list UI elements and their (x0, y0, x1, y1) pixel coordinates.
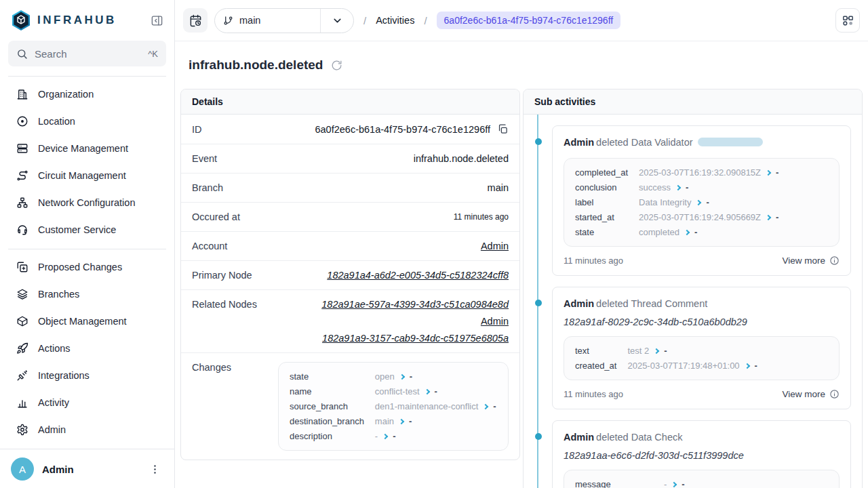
prop-value: 2025-03-07T17:19:48+01:00 (627, 360, 739, 371)
sub-activities-panel: Sub activities Admindeleted Data Validat… (523, 89, 863, 488)
activity-id-value: 6a0f2e6c-b61a-4f75-b974-c76c1e1296ff (315, 124, 490, 135)
chevron-right-icon[interactable] (684, 229, 690, 235)
copy-icon (16, 261, 28, 273)
card-subject-id: 182a91aa-e6c6-d2fd-303d-c511f3999dce (564, 450, 840, 461)
sub-activity-card: Admindeleted Thread Comment 182a91af-802… (552, 287, 851, 409)
branch-name: main (239, 15, 260, 26)
time-travel-button[interactable] (183, 8, 208, 33)
search-input[interactable]: Search ^K (8, 41, 166, 66)
search-icon (16, 48, 28, 60)
sidebar-item-proposed-changes[interactable]: Proposed Changes (8, 253, 166, 281)
sidebar-item-label: Object Management (38, 316, 127, 327)
chevron-right-icon[interactable] (696, 199, 701, 205)
prop-key: completed_at (575, 167, 628, 178)
prop-value: completed (639, 226, 679, 238)
chevron-right-icon[interactable] (675, 184, 681, 190)
prop-value: open (375, 371, 395, 382)
related-node-link[interactable]: Admin (481, 316, 509, 327)
related-node-link[interactable]: 182a91ae-597a-4399-34d3-c51ca0984e8d (321, 299, 509, 310)
refresh-button[interactable] (331, 60, 342, 71)
chevron-right-icon[interactable] (744, 363, 749, 368)
related-node-link[interactable]: 182a91a9-3157-cab9-34dc-c51975e6805a (322, 333, 509, 344)
prop-after: - (435, 386, 437, 397)
view-more-link[interactable]: View more (782, 389, 840, 399)
brand-logo: INFRAHUB (11, 9, 117, 31)
prop-value: - (375, 430, 378, 442)
circle-dot-icon (16, 115, 28, 127)
card-footer: 11 minutes ago View more (564, 389, 840, 399)
user-menu-button[interactable] (146, 461, 163, 478)
prop-after: - (776, 211, 778, 223)
panel-collapse-icon (151, 14, 163, 27)
topbar: main / Activities / 6a0f2e6c-b61a-4f75-b… (175, 0, 868, 41)
view-more-link[interactable]: View more (782, 256, 840, 266)
sidebar-item-device-management[interactable]: Device Management (8, 135, 166, 162)
card-footer: 11 minutes ago View more (564, 256, 840, 266)
prop-after: - (776, 167, 778, 178)
server-icon (16, 142, 28, 155)
chevron-down-icon (321, 15, 353, 26)
event-value: infrahub.node.deleted (414, 153, 509, 164)
breadcrumb-activities-link[interactable]: Activities (376, 15, 414, 26)
sidebar-item-network-configuration[interactable]: Network Configuration (8, 189, 166, 216)
sidebar: INFRAHUB Search ^K (0, 0, 175, 488)
prop-key: state (290, 371, 364, 382)
primary-node-link[interactable]: 182a91a4-a6d2-e005-34d5-c5182324cff8 (327, 270, 509, 281)
details-panel-header: Details (181, 89, 519, 115)
sidebar-item-circuit-management[interactable]: Circuit Management (8, 162, 166, 189)
rocket-icon (16, 342, 28, 354)
prop-after: - (682, 479, 684, 488)
prop-after: - (410, 371, 412, 382)
page-title: infrahub.node.deleted (189, 58, 323, 73)
prop-after: - (686, 182, 688, 193)
copy-button[interactable] (497, 123, 509, 135)
chevron-right-icon[interactable] (766, 214, 771, 220)
sidebar-collapse-button[interactable] (149, 13, 165, 28)
prop-key: created_at (575, 360, 616, 371)
sidebar-item-label: Customer Service (38, 224, 116, 235)
sidebar-item-branches[interactable]: Branches (8, 281, 166, 308)
prop-value: Data Integrity (639, 197, 691, 208)
prop-after: - (755, 360, 757, 371)
chevron-right-icon[interactable] (766, 169, 771, 175)
page-content: infrahub.node.deleted Details ID (175, 41, 868, 488)
detail-row-event: Event infrahub.node.deleted (181, 144, 519, 174)
chevron-right-icon[interactable] (654, 348, 659, 353)
sidebar-item-admin[interactable]: Admin (8, 416, 166, 443)
plug-icon (16, 369, 28, 382)
sidebar-item-actions[interactable]: Actions (8, 335, 166, 362)
sidebar-item-object-management[interactable]: Object Management (8, 308, 166, 335)
sidebar-item-label: Device Management (38, 143, 128, 154)
prop-value: conflict-test (375, 386, 420, 397)
info-icon (829, 256, 840, 266)
changes-box: state open- name conflict-test- source_b… (278, 362, 509, 451)
account-link[interactable]: Admin (481, 241, 509, 251)
sidebar-item-customer-service[interactable]: Customer Service (8, 216, 166, 243)
sidebar-item-organization[interactable]: Organization (8, 81, 166, 108)
chevron-right-icon[interactable] (382, 433, 388, 439)
branch-selector[interactable]: main (214, 8, 354, 33)
schema-button[interactable] (835, 8, 860, 33)
chevron-right-icon[interactable] (399, 418, 404, 424)
sidebar-item-activity[interactable]: Activity (8, 389, 166, 416)
sidebar-item-integrations[interactable]: Integrations (8, 362, 166, 389)
sub-activity-card: Admindeleted Data Check 182a91aa-e6c6-d2… (552, 420, 851, 488)
card-timestamp: 11 minutes ago (564, 389, 623, 399)
sidebar-item-label: Integrations (38, 370, 90, 381)
detail-row-id: ID 6a0f2e6c-b61a-4f75-b974-c76c1e1296ff (181, 115, 519, 144)
prop-after: - (664, 345, 667, 357)
prop-value: main (375, 415, 394, 427)
chevron-right-icon[interactable] (671, 481, 677, 487)
sidebar-item-label: Organization (38, 89, 94, 100)
prop-key: source_branch (290, 401, 364, 412)
prop-key: description (290, 430, 364, 442)
hierarchy-icon (16, 197, 28, 209)
sidebar-header: INFRAHUB (0, 0, 174, 39)
chevron-right-icon[interactable] (399, 373, 405, 379)
chevron-right-icon[interactable] (424, 388, 429, 394)
detail-row-account: Account Admin (181, 232, 519, 261)
sidebar-item-location[interactable]: Location (8, 108, 166, 135)
detail-row-related-nodes: Related Nodes 182a91ae-597a-4399-34d3-c5… (181, 290, 519, 353)
card-timestamp: 11 minutes ago (564, 256, 623, 266)
chevron-right-icon[interactable] (483, 403, 488, 409)
